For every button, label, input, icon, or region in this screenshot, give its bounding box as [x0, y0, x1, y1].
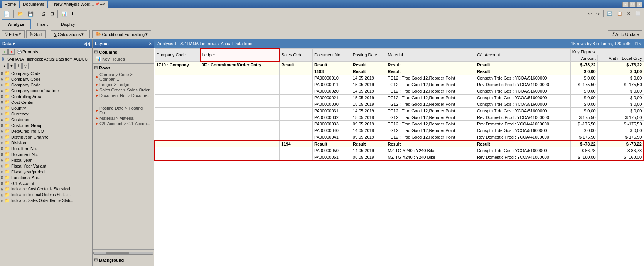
tree-top-btn[interactable]: ⤒ [15, 63, 22, 69]
export-btn[interactable]: ⬜ [633, 10, 642, 18]
ribbon-tabs: Analyze Insert Display [0, 19, 644, 29]
table-cell: PA00000011 [313, 81, 351, 88]
col-header-company-code[interactable]: Company Code [155, 48, 200, 61]
table-cell: PA00000041 [313, 134, 351, 141]
ribbon-tab-analyze[interactable]: Analyze [2, 19, 31, 29]
tree-item-fiscal-year[interactable]: ⊞ 📁 Fiscal year [0, 157, 92, 163]
tree-item-deb-cred[interactable]: ⊞ 📁 Deb/Cred Ind CO [0, 128, 92, 134]
table-cell: Result [313, 141, 351, 147]
tab-documents[interactable]: Documents [20, 1, 47, 8]
tree-item-internal-order-statistical[interactable]: ⊞ 📁 Indicator: Internal Order is Statist… [0, 192, 92, 198]
tree-item-functional-area[interactable]: ⊞ 📁 Functional Area [0, 175, 92, 180]
tree-item-fiscal-period[interactable]: ⊞ 📁 Fiscal year/period [0, 169, 92, 175]
layout-row-company-code[interactable]: ▶ Company Code > Compan... [94, 72, 152, 82]
tree-item-company-code-1[interactable]: ⊞ 📁 Company Code [0, 70, 92, 76]
tree-item-company-code-partner[interactable]: ⊞ 📁 Company code of partner [0, 88, 92, 93]
add-icon[interactable]: + [2, 49, 8, 55]
layout-btn[interactable]: ⊞ [48, 10, 56, 18]
layout-row-material[interactable]: ▶ Material > Material [94, 115, 152, 121]
info-btn[interactable]: ℹ [70, 10, 76, 18]
data-panel-close-btn[interactable]: ◁◁ [84, 42, 90, 46]
sort-btn[interactable]: ⇅ Sort [26, 30, 45, 38]
col-header-amount[interactable]: Amount [570, 55, 597, 61]
tree-item-doc-item[interactable]: ⊞ 📁 Doc. Item No. [0, 146, 92, 151]
tree-item-company-code-3[interactable]: ⊞ 📁 Company Code [0, 82, 92, 88]
copy-btn[interactable]: 📋 [615, 10, 624, 18]
layout-row-sales-order[interactable]: ▶ Sales Order > Sales Order [94, 87, 152, 93]
col-header-sales-order[interactable]: Sales Order [280, 48, 313, 61]
table-row: PA0000003309.05.2019TG12 : Trad.Good 12,… [155, 121, 644, 127]
data-refresh-btn[interactable]: 🔄 [605, 10, 614, 18]
col-header-doc-no[interactable]: Document No. [313, 48, 351, 61]
chart-btn[interactable]: 📊 [59, 10, 69, 18]
col-header-gl-account[interactable]: G/L Account [475, 48, 571, 61]
tree-item-controlling-area[interactable]: ⊞ 📁 Controlling Area [0, 93, 92, 99]
table-cell: TG12 : Trad.Good 12,Reorder Point [386, 134, 475, 141]
print-btn[interactable]: 🖨 [39, 10, 47, 18]
window-maximize-btn[interactable]: □ [629, 2, 636, 7]
table-cell: PA00000010 [313, 75, 351, 81]
delete-btn[interactable]: ✕ [625, 10, 632, 18]
expand-icon: ⊞ [1, 199, 4, 203]
tree-item-cost-center-statistical[interactable]: ⊞ 📁 Indicator: Cost Center is Statistica… [0, 186, 92, 192]
layout-row-ledger[interactable]: ▶ Ledger > Ledger [94, 82, 152, 87]
tree-item-fiscal-year-variant[interactable]: ⊞ 📁 Fiscal Year Variant [0, 163, 92, 169]
col-header-amt-local[interactable]: Amt in Local Crcy [597, 55, 644, 61]
tree-item-sales-order-statistical[interactable]: ⊞ 📁 Indicator: Sales Order Item is Stati… [0, 198, 92, 203]
layout-key-figures-item[interactable]: 📊 Key Figures [94, 56, 152, 62]
save-btn[interactable]: 💾 [26, 10, 35, 18]
col-header-material[interactable]: Material [386, 48, 475, 61]
layout-panel-close-btn[interactable]: × [149, 41, 152, 46]
tab-home[interactable]: Home [2, 1, 19, 8]
tree-item-doc-no[interactable]: ⊞ 📁 Document No. [0, 151, 92, 157]
tree-item-company-code-2[interactable]: ⊞ 📁 Company Code [0, 76, 92, 82]
table-cell: TG12 : Trad.Good 12,Reorder Point [386, 81, 475, 88]
redo-btn[interactable]: ↪ [594, 10, 602, 18]
filter-btn[interactable]: ▽ Filter ▾ [2, 30, 25, 38]
table-cell: $ 175,50 [597, 114, 644, 121]
analysis-minimize-btn[interactable]: − [632, 41, 634, 46]
calculations-btn[interactable]: ∑ Calculations ▾ [51, 30, 88, 38]
tree-item-distribution[interactable]: ⊞ 📁 Distribution Channel [0, 134, 92, 140]
ribbon-tab-insert[interactable]: Insert [31, 19, 55, 29]
col-header-ledger[interactable]: Ledger [200, 48, 280, 61]
layout-row-doc-no[interactable]: ▶ Document No. > Docume... [94, 93, 152, 98]
layout-h-scrollbar[interactable] [93, 250, 154, 256]
table-cell: $ 0,00 [597, 108, 644, 114]
tree-item-currency[interactable]: ⊞ 📁 Currency [0, 111, 92, 117]
remove-icon[interactable]: ✕ [8, 49, 15, 55]
analysis-maximize-btn[interactable]: □ [635, 41, 638, 46]
tree-item-gl-account[interactable]: ⊞ 📁 G/L Account [0, 180, 92, 186]
tree-item-customer[interactable]: ⊞ 📁 Customer [0, 117, 92, 122]
auto-update-btn[interactable]: ↺ Auto Update [608, 30, 642, 38]
prompts-btn[interactable]: 💬 Prompts [17, 49, 38, 54]
table-cell: Result [386, 68, 475, 75]
undo-btn[interactable]: ↩ [586, 10, 593, 18]
tab-new-analysis[interactable]: * New Analysis Work... 📌 − × [48, 1, 108, 8]
layout-row-posting-date[interactable]: ▶ Posting Date > Posting Da... [94, 105, 152, 115]
tree-down-btn[interactable]: ▼ [8, 63, 15, 69]
table-row: PA0000005014.05.2019MZ-TG-Y240 : Y240 Bi… [155, 147, 644, 154]
layout-row-gl-account[interactable]: ▶ G/L Account > G/L Accou... [94, 121, 152, 126]
tree-up-btn[interactable]: ▲ [2, 63, 8, 69]
tree-item-division[interactable]: ⊞ 📁 Division [0, 140, 92, 146]
tree-item-cost-center[interactable]: ⊞ 📁 Cost Center [0, 99, 92, 105]
analysis-close-btn[interactable]: × [639, 41, 641, 46]
table-cell [155, 114, 200, 121]
tree-item-country[interactable]: ⊞ 📁 Country [0, 105, 92, 111]
tree-item-customer-group[interactable]: ⊞ 📁 Customer Group [0, 122, 92, 128]
window-minimize-btn[interactable]: − [622, 2, 629, 7]
conditional-formatting-btn[interactable]: 🎨 Conditional Formatting ▾ [92, 30, 151, 38]
col-header-posting-date[interactable]: Posting Date [351, 48, 386, 61]
table-cell [155, 141, 200, 147]
folder-icon: 📁 [5, 169, 10, 174]
tree-filter-btn[interactable]: ▽ [22, 63, 29, 69]
new-btn[interactable]: 📄 [2, 10, 12, 18]
table-cell: $ -175,50 [570, 81, 597, 88]
table-cell [280, 108, 313, 114]
tab-close-icon[interactable]: × [103, 2, 105, 7]
open-btn[interactable]: 📂 [15, 10, 25, 18]
ribbon-tab-display[interactable]: Display [54, 19, 81, 29]
window-close-btn[interactable]: × [636, 2, 642, 7]
data-source-item[interactable]: 🗄 S/4HANA Financials: Actual Data from A… [0, 56, 92, 62]
